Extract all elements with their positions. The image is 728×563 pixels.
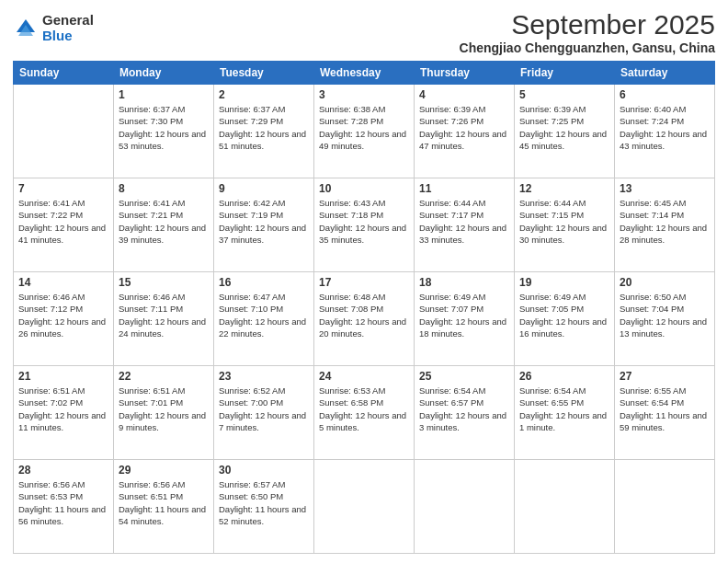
calendar-week-row: 28 Sunrise: 6:56 AM Sunset: 6:53 PM Dayl… xyxy=(14,460,715,554)
daylight-text: Daylight: 12 hours and 24 minutes. xyxy=(119,316,209,340)
day-number: 21 xyxy=(18,370,108,383)
daylight-text: Daylight: 12 hours and 39 minutes. xyxy=(119,222,209,247)
sunrise-text: Sunrise: 6:37 AM xyxy=(219,103,309,115)
sunrise-text: Sunrise: 6:40 AM xyxy=(620,103,710,115)
sunrise-text: Sunrise: 6:48 AM xyxy=(319,291,409,303)
col-wednesday: Wednesday xyxy=(314,62,415,85)
sunset-text: Sunset: 6:53 PM xyxy=(18,490,108,502)
day-info: Sunrise: 6:51 AM Sunset: 7:02 PM Dayligh… xyxy=(18,385,108,433)
day-info: Sunrise: 6:45 AM Sunset: 7:14 PM Dayligh… xyxy=(620,197,710,246)
calendar-table: Sunday Monday Tuesday Wednesday Thursday… xyxy=(13,61,715,554)
table-row: 20 Sunrise: 6:50 AM Sunset: 7:04 PM Dayl… xyxy=(615,272,715,366)
table-row: 17 Sunrise: 6:48 AM Sunset: 7:08 PM Dayl… xyxy=(314,272,415,366)
daylight-text: Daylight: 12 hours and 22 minutes. xyxy=(219,316,309,340)
sunrise-text: Sunrise: 6:47 AM xyxy=(219,291,309,303)
daylight-text: Daylight: 12 hours and 16 minutes. xyxy=(519,316,609,340)
daylight-text: Daylight: 12 hours and 33 minutes. xyxy=(419,222,509,247)
daylight-text: Daylight: 12 hours and 35 minutes. xyxy=(319,222,409,247)
table-row xyxy=(314,460,415,554)
day-info: Sunrise: 6:47 AM Sunset: 7:10 PM Dayligh… xyxy=(219,291,309,339)
sunset-text: Sunset: 7:18 PM xyxy=(319,209,409,221)
daylight-text: Daylight: 12 hours and 28 minutes. xyxy=(620,222,710,247)
sunset-text: Sunset: 7:10 PM xyxy=(219,303,309,315)
table-row: 27 Sunrise: 6:55 AM Sunset: 6:54 PM Dayl… xyxy=(615,366,715,460)
sunset-text: Sunset: 6:57 PM xyxy=(419,396,509,408)
sunrise-text: Sunrise: 6:50 AM xyxy=(620,291,710,303)
table-row: 19 Sunrise: 6:49 AM Sunset: 7:05 PM Dayl… xyxy=(515,272,615,366)
day-info: Sunrise: 6:38 AM Sunset: 7:28 PM Dayligh… xyxy=(319,103,409,152)
sunset-text: Sunset: 6:51 PM xyxy=(119,490,209,502)
sunrise-text: Sunrise: 6:55 AM xyxy=(620,385,710,396)
day-info: Sunrise: 6:53 AM Sunset: 6:58 PM Dayligh… xyxy=(319,385,409,433)
day-info: Sunrise: 6:46 AM Sunset: 7:11 PM Dayligh… xyxy=(119,291,209,339)
day-info: Sunrise: 6:46 AM Sunset: 7:12 PM Dayligh… xyxy=(18,291,108,339)
sunset-text: Sunset: 7:11 PM xyxy=(119,303,209,315)
day-number: 3 xyxy=(319,88,409,101)
calendar-body: 1 Sunrise: 6:37 AM Sunset: 7:30 PM Dayli… xyxy=(14,85,715,554)
sunset-text: Sunset: 7:01 PM xyxy=(119,396,209,408)
daylight-text: Daylight: 12 hours and 47 minutes. xyxy=(419,128,509,153)
day-number: 14 xyxy=(18,276,108,289)
daylight-text: Daylight: 12 hours and 43 minutes. xyxy=(620,128,710,153)
day-number: 6 xyxy=(620,88,710,101)
table-row xyxy=(14,85,114,178)
header: General Blue September 2025 Chengjiao Ch… xyxy=(13,9,715,55)
table-row: 26 Sunrise: 6:54 AM Sunset: 6:55 PM Dayl… xyxy=(515,366,615,460)
calendar-week-row: 21 Sunrise: 6:51 AM Sunset: 7:02 PM Dayl… xyxy=(14,366,715,460)
daylight-text: Daylight: 12 hours and 18 minutes. xyxy=(419,316,509,340)
sunrise-text: Sunrise: 6:37 AM xyxy=(119,103,209,115)
table-row: 30 Sunrise: 6:57 AM Sunset: 6:50 PM Dayl… xyxy=(214,460,314,554)
day-number: 24 xyxy=(319,370,409,383)
table-row: 21 Sunrise: 6:51 AM Sunset: 7:02 PM Dayl… xyxy=(14,366,114,460)
table-row: 16 Sunrise: 6:47 AM Sunset: 7:10 PM Dayl… xyxy=(214,272,314,366)
sunset-text: Sunset: 7:26 PM xyxy=(419,115,509,127)
sunset-text: Sunset: 7:07 PM xyxy=(419,303,509,315)
daylight-text: Daylight: 11 hours and 59 minutes. xyxy=(620,409,710,434)
sunrise-text: Sunrise: 6:53 AM xyxy=(319,385,409,396)
col-monday: Monday xyxy=(114,62,214,85)
day-info: Sunrise: 6:48 AM Sunset: 7:08 PM Dayligh… xyxy=(319,291,409,339)
table-row: 29 Sunrise: 6:56 AM Sunset: 6:51 PM Dayl… xyxy=(114,460,214,554)
day-number: 25 xyxy=(419,370,509,383)
day-number: 10 xyxy=(319,182,409,195)
sunset-text: Sunset: 7:04 PM xyxy=(620,303,710,315)
table-row: 18 Sunrise: 6:49 AM Sunset: 7:07 PM Dayl… xyxy=(415,272,515,366)
calendar-week-row: 1 Sunrise: 6:37 AM Sunset: 7:30 PM Dayli… xyxy=(14,85,715,178)
col-friday: Friday xyxy=(515,62,615,85)
day-info: Sunrise: 6:57 AM Sunset: 6:50 PM Dayligh… xyxy=(219,478,309,527)
day-number: 16 xyxy=(219,276,309,289)
day-info: Sunrise: 6:44 AM Sunset: 7:17 PM Dayligh… xyxy=(419,197,509,246)
sunrise-text: Sunrise: 6:57 AM xyxy=(219,478,309,490)
table-row xyxy=(515,460,615,554)
daylight-text: Daylight: 12 hours and 3 minutes. xyxy=(419,409,509,434)
day-info: Sunrise: 6:37 AM Sunset: 7:29 PM Dayligh… xyxy=(219,103,309,152)
table-row: 7 Sunrise: 6:41 AM Sunset: 7:22 PM Dayli… xyxy=(14,178,114,272)
sunrise-text: Sunrise: 6:51 AM xyxy=(119,385,209,396)
day-info: Sunrise: 6:50 AM Sunset: 7:04 PM Dayligh… xyxy=(620,291,710,339)
table-row: 11 Sunrise: 6:44 AM Sunset: 7:17 PM Dayl… xyxy=(415,178,515,272)
sunrise-text: Sunrise: 6:46 AM xyxy=(18,291,108,303)
daylight-text: Daylight: 12 hours and 51 minutes. xyxy=(219,128,309,153)
daylight-text: Daylight: 11 hours and 54 minutes. xyxy=(119,503,209,528)
table-row: 10 Sunrise: 6:43 AM Sunset: 7:18 PM Dayl… xyxy=(314,178,415,272)
day-info: Sunrise: 6:40 AM Sunset: 7:24 PM Dayligh… xyxy=(620,103,710,152)
table-row: 4 Sunrise: 6:39 AM Sunset: 7:26 PM Dayli… xyxy=(415,85,515,178)
day-info: Sunrise: 6:44 AM Sunset: 7:15 PM Dayligh… xyxy=(519,197,609,246)
day-number: 18 xyxy=(419,276,509,289)
daylight-text: Daylight: 12 hours and 13 minutes. xyxy=(620,316,710,340)
daylight-text: Daylight: 11 hours and 56 minutes. xyxy=(18,503,108,528)
sunset-text: Sunset: 7:17 PM xyxy=(419,209,509,221)
sunset-text: Sunset: 7:00 PM xyxy=(219,396,309,408)
day-number: 27 xyxy=(620,370,710,383)
sunset-text: Sunset: 7:22 PM xyxy=(18,209,108,221)
day-number: 13 xyxy=(620,182,710,195)
table-row: 1 Sunrise: 6:37 AM Sunset: 7:30 PM Dayli… xyxy=(114,85,214,178)
table-row: 15 Sunrise: 6:46 AM Sunset: 7:11 PM Dayl… xyxy=(114,272,214,366)
day-number: 12 xyxy=(519,182,609,195)
daylight-text: Daylight: 12 hours and 41 minutes. xyxy=(18,222,108,247)
sunrise-text: Sunrise: 6:41 AM xyxy=(119,197,209,209)
day-number: 28 xyxy=(18,464,108,477)
day-number: 1 xyxy=(119,88,209,101)
sunrise-text: Sunrise: 6:39 AM xyxy=(419,103,509,115)
sunrise-text: Sunrise: 6:46 AM xyxy=(119,291,209,303)
